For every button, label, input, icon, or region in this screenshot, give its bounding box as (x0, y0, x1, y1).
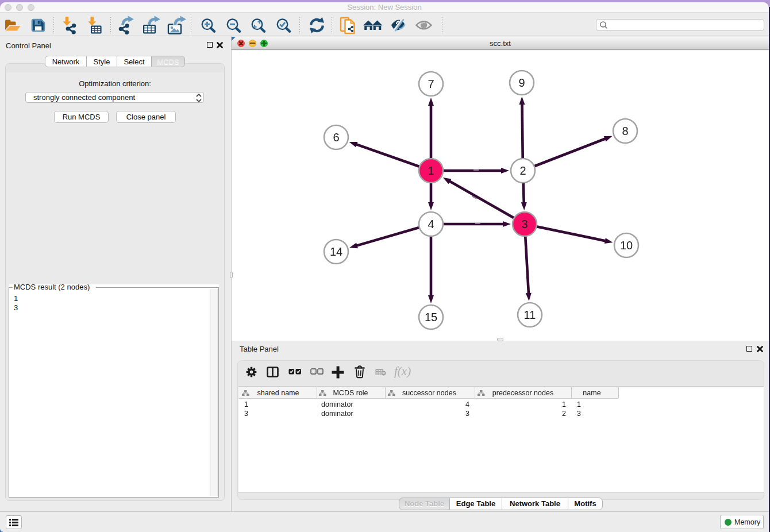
svg-text:4: 4 (428, 218, 434, 230)
svg-text:3: 3 (521, 218, 528, 230)
svg-text:9: 9 (518, 76, 525, 89)
svg-text:1: 1 (428, 164, 434, 177)
svg-text:15: 15 (425, 311, 437, 323)
svg-text:7: 7 (428, 78, 434, 90)
svg-text:6: 6 (333, 131, 339, 144)
svg-text:11: 11 (524, 309, 536, 321)
svg-text:8: 8 (622, 125, 628, 137)
svg-text:2: 2 (519, 164, 526, 177)
svg-text:14: 14 (330, 245, 342, 258)
svg-text:10: 10 (620, 239, 633, 252)
